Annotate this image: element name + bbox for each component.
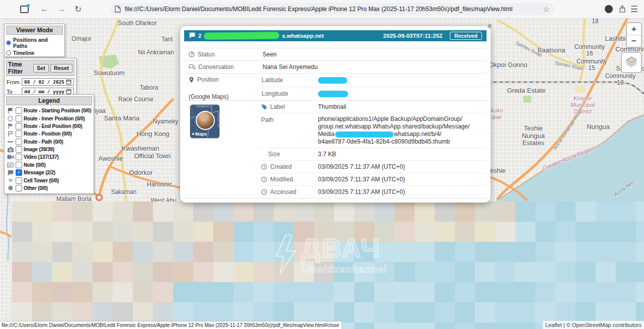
pixel-block [274, 302, 294, 323]
from-date-input[interactable]: 08 / 02 / 2025 [22, 78, 74, 86]
viewer-mode-option[interactable]: Timeline [5, 49, 64, 56]
conversation-icon [189, 64, 195, 70]
help-icon [189, 51, 195, 57]
pixel-block [334, 222, 355, 242]
pixel-block [435, 282, 455, 303]
pixel-block [455, 322, 475, 329]
legend-row: ʹAʹCell Tower (0/0) [5, 176, 94, 184]
pixel-block [93, 302, 113, 323]
pixel-block [213, 202, 234, 222]
address-bar[interactable]: file:///C:/Users/Elorm Daniel/Documents/… [110, 3, 554, 15]
pixel-block [52, 242, 73, 262]
latitude-row: Latitude [260, 74, 487, 87]
pixel-block [12, 262, 33, 283]
reset-button[interactable]: Reset [50, 64, 72, 73]
pixel-block [254, 242, 274, 262]
legend-checkbox[interactable] [16, 139, 22, 145]
pixel-block [153, 202, 174, 222]
received-badge: Received [450, 32, 482, 40]
legend-label: Route - Position (0/0) [24, 131, 72, 137]
radio-icon[interactable] [6, 50, 11, 55]
pixel-block [314, 282, 335, 303]
pixel-block [354, 242, 375, 262]
legend-label: Image (39/39) [24, 147, 54, 152]
pixel-block [32, 202, 53, 222]
viewer-mode-option[interactable]: Positions and Paths [5, 36, 64, 49]
google-maps-link[interactable]: (Google Maps) [189, 93, 228, 100]
share-icon[interactable] [619, 5, 626, 15]
browser-toolbar: ← → ↻ file:///C:/Users/Elorm Daniel/Docu… [0, 0, 644, 19]
legend-checkbox[interactable] [16, 177, 22, 184]
map-label: Okpoi Gonno [489, 61, 528, 69]
attachment-thumbnail[interactable]: KWABRAFO RD-STREET Maps [190, 104, 220, 139]
pixel-block [535, 242, 556, 262]
pixel-block [354, 262, 375, 283]
forward-button[interactable]: → [57, 5, 65, 13]
pixel-block [374, 242, 395, 262]
map-label: Sakaman [111, 188, 137, 195]
map-label: Community 16 [571, 44, 609, 57]
pixel-block [415, 222, 435, 242]
radio-icon[interactable] [6, 40, 11, 45]
legend-row: Route - Path (0/0) [5, 138, 94, 146]
pin-icon [189, 77, 194, 83]
tab-icon[interactable] [20, 6, 29, 13]
redaction-cyan-latitude [318, 77, 347, 84]
pixel-block [435, 222, 455, 242]
pixel-block [52, 202, 73, 222]
legend-row: Video (137/137) [5, 153, 94, 161]
legend-checkbox[interactable] [16, 146, 22, 153]
legend-checkbox[interactable] [16, 123, 22, 129]
zoom-in-button[interactable]: + [627, 23, 641, 35]
pixel-block [12, 302, 33, 323]
redaction-cyan-longitude [318, 91, 348, 97]
pixel-block [173, 242, 194, 262]
back-button[interactable]: ← [40, 5, 48, 13]
message-icon [7, 169, 14, 176]
legend-checkbox[interactable] [16, 162, 22, 168]
refresh-button[interactable]: ↻ [74, 5, 82, 14]
pixel-block [93, 202, 113, 222]
pixel-block [455, 302, 475, 323]
pixel-block [495, 242, 516, 262]
map-label: Nungua [587, 123, 610, 130]
legend-checkbox[interactable] [16, 115, 22, 122]
pixel-block [515, 222, 536, 242]
zoom-out-button[interactable]: − [627, 35, 641, 47]
pixel-block [294, 242, 314, 262]
label-row: Label Thumbnail [260, 101, 487, 113]
pixel-block [394, 242, 415, 262]
map-label: Nii Ankraman [138, 49, 174, 56]
legend-checkbox[interactable] [16, 169, 22, 176]
pixel-block [153, 302, 174, 323]
pixel-block [52, 282, 73, 303]
profile-avatar[interactable] [605, 5, 613, 13]
legend-checkbox[interactable] [16, 185, 22, 191]
pixel-block [616, 282, 636, 303]
pixel-block [233, 222, 254, 242]
start-flag-icon [7, 107, 14, 114]
pixel-block [515, 242, 536, 262]
pixel-block [354, 202, 375, 222]
pixel-block [72, 202, 93, 222]
pixel-block [274, 202, 294, 222]
pixel-block [254, 222, 274, 242]
popup-close-button[interactable]: × [488, 22, 492, 31]
layers-control[interactable] [621, 52, 642, 73]
favorite-star-icon[interactable]: ☆ [543, 5, 549, 13]
pixel-block [555, 242, 576, 262]
legend-checkbox[interactable] [16, 130, 22, 137]
other-dot-icon [7, 185, 14, 191]
menu-icon[interactable]: ☰ [630, 4, 638, 15]
legend-checkbox[interactable] [16, 107, 22, 114]
legend-row: Route - Position (0/0) [5, 130, 94, 138]
legend-row: Route - Starting Position (0/0) [5, 107, 94, 114]
roundabout [97, 195, 102, 201]
pixel-block [254, 202, 274, 222]
map-attribution[interactable]: Leaflet | © OpenStreetMap contributors [543, 321, 644, 329]
set-button[interactable]: Set [33, 64, 49, 73]
pixel-block [193, 222, 214, 242]
pixel-block [354, 222, 375, 242]
legend-checkbox[interactable] [16, 154, 22, 160]
pixel-block [636, 302, 644, 323]
